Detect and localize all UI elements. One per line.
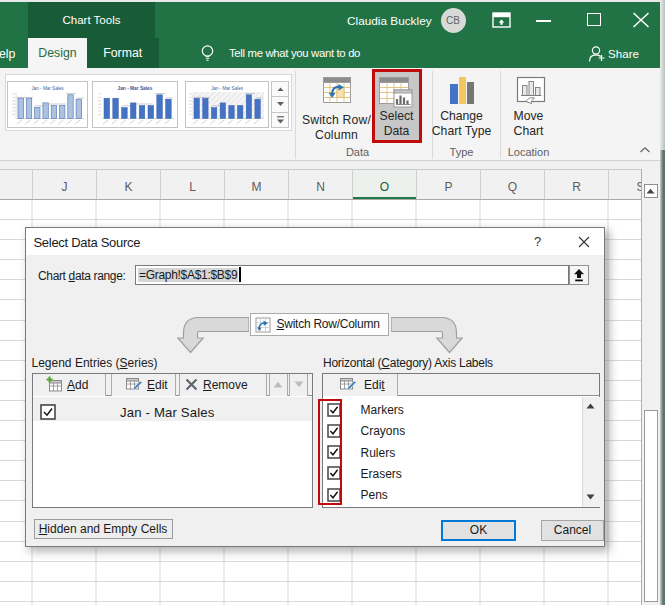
svg-text:Jan - Mar Sales: Jan - Mar Sales xyxy=(31,85,64,90)
svg-text:Jan - Mar Sales: Jan - Mar Sales xyxy=(210,85,243,90)
svg-text:Jan - Mar Sales: Jan - Mar Sales xyxy=(118,85,153,90)
